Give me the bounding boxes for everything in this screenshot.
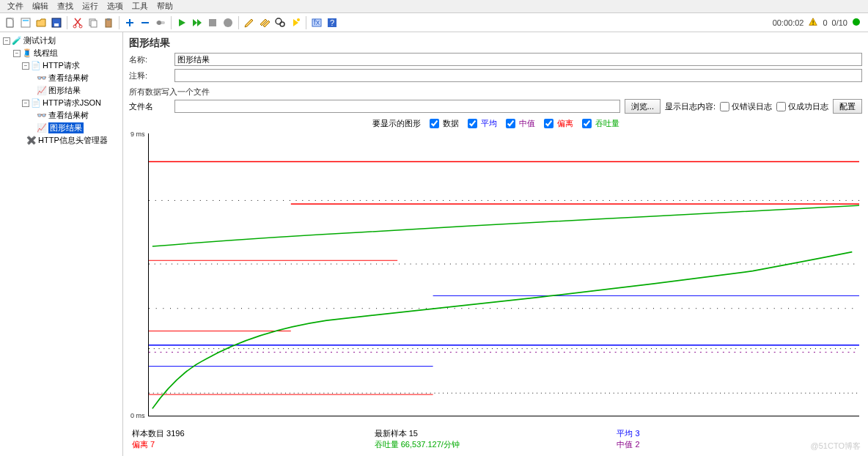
template-icon[interactable] [18,15,33,30]
reset-search-icon[interactable] [288,15,303,30]
help-icon[interactable]: ? [325,15,339,30]
legend-median[interactable]: 中值 [506,118,535,129]
tree-graph-results-2[interactable]: 📈图形结果 [1,122,121,134]
legend-title: 要显示的图形 [372,118,421,129]
latest-value: 15 [409,429,418,438]
run-notimer-icon[interactable] [190,15,205,30]
menu-run[interactable]: 运行 [79,1,101,12]
config-button[interactable]: 配置 [833,99,862,114]
tree-http-request-json[interactable]: −📄HTTP请求JSON [1,97,121,109]
show-log-label: 显示日志内容: [665,101,716,112]
shutdown-icon[interactable] [221,15,235,30]
file-input[interactable] [174,100,620,113]
svg-point-16 [280,22,284,26]
svg-rect-2 [23,20,29,21]
svg-point-12 [157,21,161,25]
svg-point-17 [297,18,300,21]
toggle-icon[interactable] [153,15,168,30]
tree-view-results-1[interactable]: 👓查看结果树 [1,72,121,84]
new-icon[interactable] [3,15,18,30]
expand-icon[interactable] [122,15,137,30]
svg-rect-8 [91,21,97,27]
svg-rect-4 [54,23,59,26]
write-file-note: 所有数据写入一个文件 [129,87,862,98]
function-icon[interactable]: fx [309,15,324,30]
status-indicator-icon [852,18,861,28]
search-icon[interactable] [273,15,287,30]
chart-area: 9 ms 0 ms [148,130,859,427]
avg-label: 平均 [617,429,633,438]
tree-thread-group[interactable]: −🧵线程组 [1,47,121,59]
save-icon[interactable] [49,15,64,30]
toolbar: fx ? 00:00:02 ! 0 0/10 [0,13,868,32]
paste-icon[interactable] [101,15,116,30]
only-error-checkbox[interactable]: 仅错误日志 [720,101,772,112]
status-bar: 00:00:02 ! 0 0/10 [773,17,865,29]
menu-options[interactable]: 选项 [104,1,126,12]
thr-label: 吞吐量 [375,440,399,449]
legend-avg[interactable]: 平均 [468,118,497,129]
avg-value: 3 [635,429,639,438]
comment-input[interactable] [174,69,862,82]
name-input[interactable] [174,53,862,66]
run-icon[interactable] [174,15,189,30]
svg-text:!: ! [812,18,814,26]
dev-label: 偏离 [132,440,148,449]
med-value: 2 [635,440,639,449]
legend-thr[interactable]: 吞吐量 [582,118,619,129]
tree-view-results-2[interactable]: 👓查看结果树 [1,109,121,122]
menu-tools[interactable]: 工具 [129,1,151,12]
file-label: 文件名 [129,101,170,112]
content-panel: 图形结果 名称: 注释: 所有数据写入一个文件 文件名 浏览... 显示日志内容… [123,32,868,456]
copy-icon[interactable] [86,15,100,30]
svg-rect-1 [21,18,30,27]
test-plan-tree[interactable]: −🧪测试计划 −🧵线程组 −📄HTTP请求 👓查看结果树 📈图形结果 −📄HTT… [0,32,123,456]
browse-button[interactable]: 浏览... [625,99,661,114]
legend-dev[interactable]: 偏离 [544,118,573,129]
chart-canvas [148,133,859,416]
thr-value: 66,537.127/分钟 [401,440,460,449]
svg-point-14 [224,18,232,27]
menubar: 文件 编辑 查找 运行 选项 工具 帮助 [0,0,868,13]
menu-file[interactable]: 文件 [4,1,26,12]
legend-data[interactable]: 数据 [430,118,459,129]
clear-icon[interactable] [242,15,257,30]
svg-text:?: ? [330,18,334,27]
tree-graph-results-1[interactable]: 📈图形结果 [1,84,121,97]
collapse-icon[interactable] [138,15,152,30]
watermark: @51CTO博客 [811,441,861,452]
name-label: 名称: [129,54,170,65]
tree-header-manager[interactable]: ✖️HTTP信息头管理器 [1,134,121,147]
error-count: 0 [823,18,827,27]
samples-value: 3196 [166,429,184,438]
only-success-checkbox[interactable]: 仅成功日志 [776,101,828,112]
clear-all-icon[interactable] [257,15,272,30]
elapsed-time: 00:00:02 [773,18,804,27]
comment-label: 注释: [129,70,170,81]
samples-label: 样本数目 [132,429,164,438]
stop-icon[interactable] [205,15,220,30]
panel-title: 图形结果 [129,37,862,50]
svg-rect-10 [107,18,110,21]
svg-text:fx: fx [314,18,320,26]
open-icon[interactable] [34,15,48,30]
tree-http-request-1[interactable]: −📄HTTP请求 [1,59,121,72]
stats-row: 样本数目 3196 偏离 7 最新样本 15 吞吐量 66,537.127/分钟… [129,427,862,452]
menu-find[interactable]: 查找 [54,1,76,12]
tree-test-plan[interactable]: −🧪测试计划 [1,34,121,47]
latest-label: 最新样本 [375,429,407,438]
chart-legend: 要显示的图形 数据 平均 中值 偏离 吞吐量 [129,118,862,129]
thread-count: 0/10 [832,18,847,27]
dev-value: 7 [150,440,155,449]
menu-edit[interactable]: 编辑 [29,1,51,12]
svg-point-23 [853,18,860,26]
med-label: 中值 [617,440,633,449]
menu-help[interactable]: 帮助 [154,1,176,12]
svg-rect-13 [209,19,216,26]
cut-icon[interactable] [70,15,85,30]
y-max-label: 9 ms [130,130,145,138]
y-min-label: 0 ms [130,412,145,419]
warning-icon: ! [808,17,818,29]
